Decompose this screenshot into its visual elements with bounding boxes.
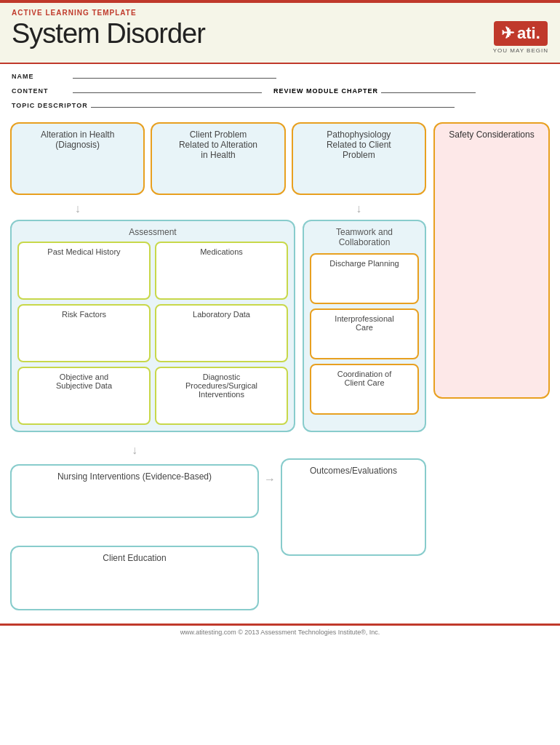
bottom-left: ↓ Nursing Interventions (Evidence-Based)… — [10, 444, 259, 610]
nursing-title: Nursing Interventions (Evidence-Based) — [17, 471, 252, 482]
assessment-title: Assessment — [17, 227, 288, 237]
name-row: NAME — [12, 68, 548, 80]
objective-cell: Objective andSubjective Data — [17, 367, 151, 425]
risk-factors-title: Risk Factors — [25, 310, 143, 319]
top-arrows: ↓ ↓ — [10, 202, 426, 215]
alteration-box: Alteration in Health(Diagnosis) — [10, 122, 145, 195]
medications-cell: Medications — [155, 242, 288, 300]
down-arrow-nursing: ↓ — [132, 444, 137, 457]
safety-full: Safety Considerations — [433, 122, 550, 399]
topic-row: TOPIC DESCRIPTOR — [12, 97, 548, 109]
top-boxes-row: Alteration in Health(Diagnosis) Client P… — [10, 122, 426, 195]
nursing-box: Nursing Interventions (Evidence-Based) — [10, 464, 259, 518]
arrow3: ↓ — [292, 202, 426, 215]
discharge-title: Discharge Planning — [317, 259, 412, 268]
outcomes-title: Outcomes/Evaluations — [288, 466, 419, 476]
you-may-begin: YOU MAY BEGIN — [493, 47, 548, 54]
main-content: Alteration in Health(Diagnosis) Client P… — [0, 115, 560, 618]
header-section: ACTIVE LEARNING TEMPLATE System Disorder… — [0, 3, 560, 64]
objective-title: Objective andSubjective Data — [25, 372, 143, 390]
risk-factors-cell: Risk Factors — [17, 304, 151, 362]
safety-title: Safety Considerations — [441, 130, 543, 140]
content-with-safety: Alteration in Health(Diagnosis) Client P… — [10, 122, 550, 439]
topic-line[interactable] — [91, 97, 455, 108]
name-line[interactable] — [73, 68, 276, 79]
discharge-cell: Discharge Planning — [310, 253, 419, 304]
client-edu-box: Client Education — [10, 546, 259, 610]
interprofessional-title: InterprofessionalCare — [317, 314, 412, 332]
client-problem-title: Client ProblemRelated to Alterationin He… — [158, 130, 278, 160]
bottom-right: Outcomes/Evaluations — [281, 444, 426, 556]
teamwork-title: Teamwork andCollaboration — [310, 227, 419, 247]
content-label: CONTENT — [12, 87, 70, 95]
laboratory-cell: Laboratory Data — [155, 304, 288, 362]
ati-logo: ✈ ati. YOU MAY BEGIN — [493, 21, 548, 54]
assessment-section: Assessment Past Medical History Medicati… — [10, 220, 295, 432]
outcomes-content — [288, 476, 419, 549]
laboratory-title: Laboratory Data — [162, 310, 281, 319]
client-edu-title: Client Education — [17, 553, 252, 563]
nursing-content — [17, 482, 252, 511]
client-edu-content — [17, 563, 252, 603]
diagnostic-title: DiagnosticProcedures/SurgicalInterventio… — [162, 372, 281, 399]
right-arrow-connector: → — [266, 444, 273, 486]
right-safety: Safety Considerations — [433, 122, 550, 399]
ati-text: ati. — [517, 24, 540, 43]
nursing-arrow-row: ↓ — [10, 444, 259, 457]
left-main: Alteration in Health(Diagnosis) Client P… — [10, 122, 426, 439]
middle-row: Assessment Past Medical History Medicati… — [10, 220, 426, 432]
review-line[interactable] — [381, 83, 476, 93]
assessment-grid: Past Medical History Medications Risk Fa… — [17, 242, 288, 425]
name-label: NAME — [12, 73, 70, 80]
coordination-cell: Coordination ofClient Care — [310, 364, 419, 415]
past-medical-title: Past Medical History — [25, 247, 143, 256]
footer-text: www.atitesting.com © 2013 Assessment Tec… — [180, 629, 380, 636]
medications-title: Medications — [162, 247, 281, 256]
down-arrow-edu: ↓ — [132, 525, 137, 538]
diagnostic-cell: DiagnosticProcedures/SurgicalInterventio… — [155, 367, 288, 425]
down-arrow-3: ↓ — [356, 202, 361, 215]
client-problem-box: Client ProblemRelated to Alterationin He… — [151, 122, 285, 195]
ati-logo-box: ✈ ati. — [494, 21, 548, 46]
bottom-row: ↓ Nursing Interventions (Evidence-Based)… — [10, 444, 550, 610]
down-arrow-1: ↓ — [75, 202, 81, 215]
ati-icon: ✈ — [501, 24, 514, 43]
past-medical-cell: Past Medical History — [17, 242, 151, 300]
right-arrow-symbol: → — [264, 473, 276, 486]
form-fields: NAME CONTENT REVIEW MODULE CHAPTER TOPIC… — [0, 64, 560, 115]
review-label: REVIEW MODULE CHAPTER — [273, 87, 378, 95]
interprofessional-cell: InterprofessionalCare — [310, 308, 419, 359]
active-learning-label: ACTIVE LEARNING TEMPLATE — [12, 9, 548, 17]
content-row: CONTENT REVIEW MODULE CHAPTER — [12, 83, 548, 95]
edu-arrow-row: ↓ — [10, 525, 259, 538]
pathophysiology-box: PathophysiologyRelated to ClientProblem — [292, 122, 426, 195]
footer: www.atitesting.com © 2013 Assessment Tec… — [0, 624, 560, 639]
content-line[interactable] — [73, 83, 262, 93]
page-title: System Disorder — [12, 18, 205, 49]
topic-label: TOPIC DESCRIPTOR — [12, 102, 88, 109]
outcomes-box: Outcomes/Evaluations — [281, 458, 426, 556]
coordination-title: Coordination ofClient Care — [317, 370, 412, 387]
teamwork-section: Teamwork andCollaboration Discharge Plan… — [303, 220, 426, 432]
arrow2 — [151, 202, 285, 215]
pathophysiology-title: PathophysiologyRelated to ClientProblem — [299, 130, 419, 160]
header-row: System Disorder ✈ ati. YOU MAY BEGIN — [12, 18, 548, 54]
alteration-title: Alteration in Health(Diagnosis) — [17, 130, 137, 150]
arrow1: ↓ — [10, 202, 145, 215]
